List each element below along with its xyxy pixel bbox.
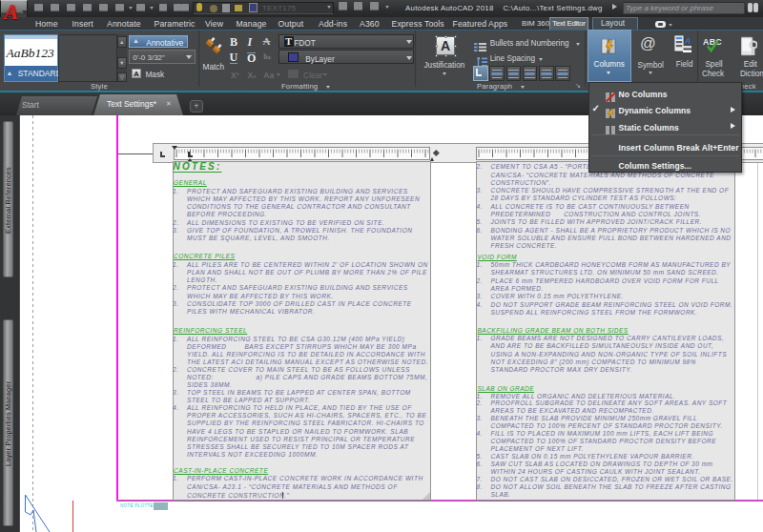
svg-text:A: A	[683, 35, 691, 46]
